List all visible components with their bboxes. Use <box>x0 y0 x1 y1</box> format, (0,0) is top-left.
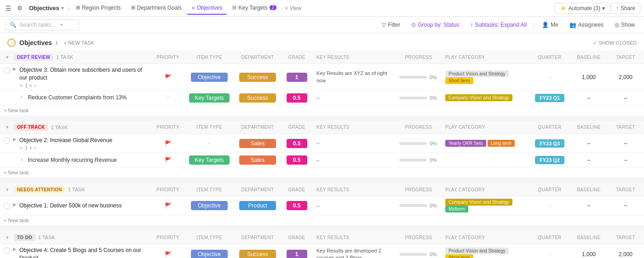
search-icon: 🔍 <box>10 22 17 28</box>
section-toggle-to-do[interactable]: ▾ <box>4 234 11 241</box>
task-cell-sub: ≡ Reduce Customer Complaints from 13% <box>20 94 148 102</box>
group-icon: ⊙ <box>411 22 416 28</box>
task-cell: ▶ Objective 3: Obtain more subscribers a… <box>4 66 148 88</box>
show-closed-button[interactable]: ✓ SHOW CLOSED <box>593 40 637 46</box>
me-button[interactable]: 👤 Me <box>538 20 562 29</box>
quarter-badge: FY23 Q3 <box>535 139 564 148</box>
col-header-item-type: ITEM TYPE <box>184 231 235 244</box>
priority-flag: ⚐ <box>166 95 171 101</box>
col-header-target: TARGET <box>607 183 644 196</box>
item-type-pill: Objective <box>191 250 228 258</box>
new-task-link[interactable]: + New task <box>4 218 29 223</box>
quarter-cell: – <box>529 64 570 91</box>
quarter-cell: – <box>529 244 570 258</box>
task-cell-sub: ≡ Increase Monthly recurring Revenue <box>20 156 148 164</box>
quarter-cell: FY23 Q3 <box>529 134 570 153</box>
task-name-sub: Reduce Customer Complaints from 13% <box>28 94 126 102</box>
item-type-cell: Objective <box>184 64 235 91</box>
target-cell: – <box>607 134 644 153</box>
section-toggle-off-track[interactable]: ▾ <box>4 124 11 131</box>
progress-cell: 0% <box>396 153 442 167</box>
row-checkbox[interactable] <box>4 247 10 254</box>
col-header-baseline: BASELINE <box>570 121 607 134</box>
category-tag: Company Vision and Strategy <box>445 199 512 206</box>
tab-key-targets[interactable]: ⊟ Key Targets 2 <box>228 2 281 15</box>
grade-cell: 0.5 <box>281 153 313 167</box>
key-results-text: Key Results are XYZ as of right now <box>316 70 387 83</box>
department-pill: Sales <box>239 155 276 165</box>
task-cell: ▶ Objective 1: Deliver 500k of new busin… <box>4 202 148 210</box>
share-button[interactable]: ↑ Share <box>611 3 640 14</box>
new-task-link[interactable]: + New task <box>4 108 29 113</box>
subtask-count: 1 + <box>25 145 32 150</box>
row-checkbox[interactable] <box>4 67 10 74</box>
subtasks-button[interactable]: ↕ Subtasks: Expand All <box>466 20 530 29</box>
add-view-button[interactable]: + View <box>282 3 304 13</box>
quarter-dash: – <box>548 251 552 258</box>
baseline-cell: – <box>570 196 607 215</box>
baseline-value: – <box>587 202 591 209</box>
new-task-button[interactable]: + NEW TASK <box>61 39 97 46</box>
group-by-button[interactable]: ⊙ Group by: Status <box>408 20 463 29</box>
search-chevron-icon[interactable]: ▾ <box>60 22 63 27</box>
automate-button[interactable]: ⚡ Automate (3) ▾ <box>555 3 610 14</box>
add-subtask-icon[interactable]: + <box>34 145 37 150</box>
task-cell: ▶ Objective 4: Create 5 Blogs and 5 Cour… <box>4 247 148 258</box>
section-toggle-needs-attention[interactable]: ▾ <box>4 186 11 193</box>
title-chevron-icon[interactable]: ▾ <box>61 6 63 11</box>
play-category-cell: Yearly OKR SetsLong term <box>442 134 529 153</box>
expand-icon[interactable]: ▶ <box>13 247 17 252</box>
person-icon: 👤 <box>542 22 549 28</box>
page-status-icon[interactable]: ○ <box>7 39 16 47</box>
automate-chevron-icon: ▾ <box>602 5 605 11</box>
grade-cell: 0.5 <box>281 134 313 153</box>
page-info-icon[interactable]: ℹ <box>56 40 58 46</box>
filter-button[interactable]: ▽ Filter <box>378 20 404 29</box>
grade-pill: 1 <box>287 73 307 82</box>
baseline-cell: – <box>570 134 607 153</box>
task-name: Objective 1: Deliver 500k of new busines… <box>19 202 122 210</box>
col-header-priority: PRIORITY <box>152 183 184 196</box>
tab-region-projects[interactable]: ⊞ Region Projects <box>71 2 126 15</box>
show-button[interactable]: ◎ Show <box>611 20 638 29</box>
col-header-department: DEPARTMENT <box>235 51 281 64</box>
play-category-cell: Company Vision and StrategyMidterm <box>442 196 529 215</box>
assignees-button[interactable]: 👥 Assignees <box>566 20 607 29</box>
row-checkbox[interactable] <box>4 203 10 209</box>
baseline-cell: – <box>570 91 607 105</box>
new-task-link[interactable]: + New task <box>4 170 29 175</box>
department-pill: Success <box>239 93 276 103</box>
progress-text: 0% <box>430 75 437 80</box>
add-subtask-icon[interactable]: + <box>34 83 37 88</box>
tab-department-goals[interactable]: ⊞ Department Goals <box>126 2 186 15</box>
category-tag: Company Vision and Strategy <box>445 94 512 101</box>
expand-icon[interactable]: ▶ <box>13 137 17 142</box>
search-box[interactable]: 🔍 Search tasks... ▾ <box>6 19 79 30</box>
status-badge-off-track: OFF TRACK <box>14 124 48 131</box>
department-pill: Sales <box>239 139 276 148</box>
expand-icon[interactable]: ▶ <box>13 202 17 207</box>
progress-text: 0% <box>430 141 437 146</box>
quarter-cell: FY23 Q1 <box>529 91 570 105</box>
automate-icon: ⚡ <box>560 5 567 11</box>
page-title: Objectives <box>19 39 52 46</box>
priority-cell: 🚩 <box>152 196 184 215</box>
department-cell: Success <box>235 244 281 258</box>
filter-icon: ▽ <box>382 22 386 28</box>
progress-text: 0% <box>430 203 437 208</box>
department-cell: Success <box>235 64 281 91</box>
menu-icon[interactable]: ☰ <box>4 3 13 14</box>
tab-objectives[interactable]: ≡ Objectives <box>187 2 227 15</box>
department-pill: Success <box>239 250 276 258</box>
category-tag: Short term <box>445 254 473 258</box>
section-toggle-dept-review[interactable]: ▾ <box>4 53 11 61</box>
gear-icon[interactable]: ⚙ <box>14 3 25 13</box>
expand-icon[interactable]: ▶ <box>13 66 17 71</box>
col-header-item-type: ITEM TYPE <box>184 51 235 64</box>
key-results-cell: – <box>313 134 396 153</box>
department-pill: Product <box>239 201 276 210</box>
col-header-key-results: KEY RESULTS <box>313 121 396 134</box>
row-checkbox[interactable] <box>4 138 10 144</box>
baseline-cell: 1,000 <box>570 64 607 91</box>
quarter-dash: – <box>548 74 552 80</box>
